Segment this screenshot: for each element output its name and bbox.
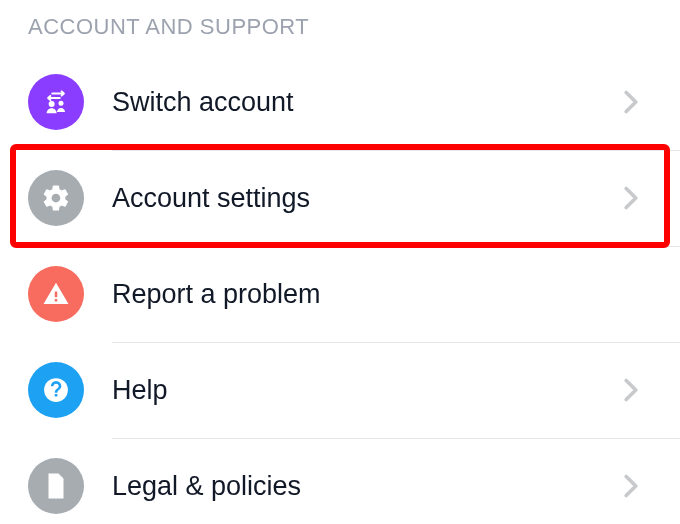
section-header: ACCOUNT AND SUPPORT: [0, 0, 680, 54]
document-icon: [28, 458, 84, 514]
chevron-right-icon: [622, 186, 640, 210]
people-swap-icon: [28, 74, 84, 130]
question-icon: [28, 362, 84, 418]
warning-icon: [28, 266, 84, 322]
row-label: Report a problem: [112, 279, 640, 310]
row-account-settings[interactable]: Account settings: [0, 150, 680, 246]
row-label: Switch account: [112, 87, 610, 118]
row-label: Account settings: [112, 183, 610, 214]
row-label: Legal & policies: [112, 471, 610, 502]
chevron-right-icon: [622, 90, 640, 114]
row-label: Help: [112, 375, 610, 406]
svg-point-0: [49, 101, 55, 107]
row-help[interactable]: Help: [0, 342, 680, 438]
chevron-right-icon: [622, 378, 640, 402]
svg-point-1: [59, 101, 64, 106]
chevron-right-icon: [622, 474, 640, 498]
row-switch-account[interactable]: Switch account: [0, 54, 680, 150]
row-report-problem[interactable]: Report a problem: [0, 246, 680, 342]
gear-icon: [28, 170, 84, 226]
settings-list: Switch account Account settings Report a…: [0, 54, 680, 524]
row-legal-policies[interactable]: Legal & policies: [0, 438, 680, 524]
